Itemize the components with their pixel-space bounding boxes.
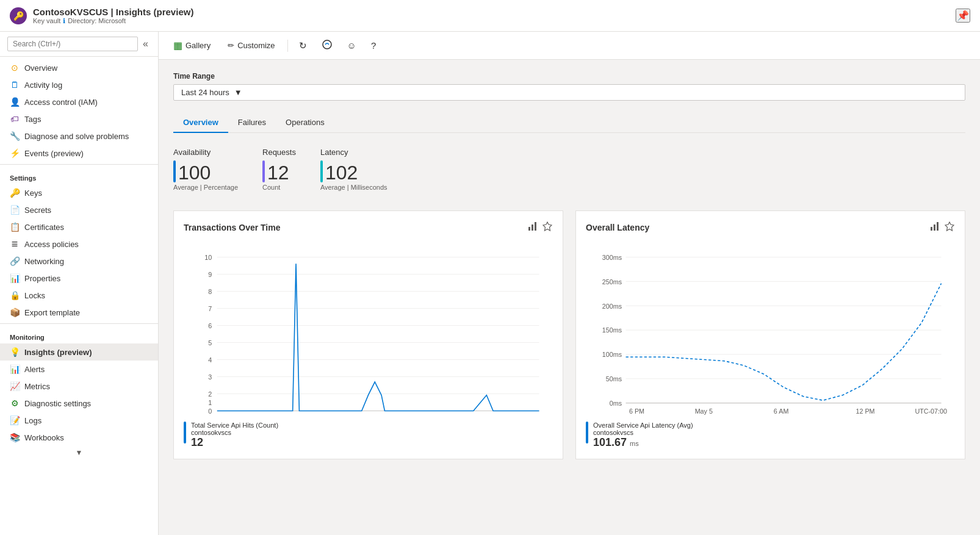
gallery-label: Gallery [186,41,211,50]
sidebar-item-logs[interactable]: 📝 Logs [0,412,158,429]
properties-icon: 📊 [10,273,20,283]
sidebar-item-certificates[interactable]: 📋 Certificates [0,218,158,235]
sidebar-item-insights[interactable]: 💡 Insights (preview) [0,343,158,361]
sidebar-label-locks: Locks [24,291,45,300]
metric-latency-value: 102 [325,163,358,182]
activity-log-icon: 🗒 [10,80,20,90]
svg-rect-30 [931,227,932,231]
metrics-row: Availability 100 Average | Percentage Re… [173,148,965,191]
svg-text:10: 10 [204,254,212,261]
time-range-value: Last 24 hours [181,88,229,97]
sidebar-item-secrets[interactable]: 📄 Secrets [0,201,158,218]
metric-requests: Requests 12 Count [262,148,296,191]
collapse-sidebar-button[interactable]: « [140,37,151,51]
tab-operations[interactable]: Operations [276,113,334,133]
sidebar-item-alerts[interactable]: 📊 Alerts [0,361,158,378]
svg-rect-3 [535,222,536,231]
diagnostic-settings-icon: ⚙ [10,398,20,408]
metric-availability-sub: Average | Percentage [173,184,238,191]
sidebar-item-diagnose[interactable]: 🔧 Diagnose and solve problems [0,127,158,145]
sidebar-item-diagnostic-settings[interactable]: ⚙ Diagnostic settings [0,395,158,412]
metric-requests-label: Requests [262,148,296,157]
sidebar-label-diagnose: Diagnose and solve problems [24,132,129,141]
sidebar-label-networking: Networking [24,257,64,266]
sidebar-item-overview[interactable]: ⊙ Overview [0,59,158,76]
sidebar-label-metrics: Metrics [24,382,50,391]
sidebar-label-keys: Keys [24,189,42,198]
share-button[interactable] [318,37,336,54]
latency-metrics-button[interactable] [929,221,940,234]
transactions-chart-card: Transactions Over Time [173,210,563,459]
metric-availability-value-row: 100 [173,160,238,182]
transactions-legend-name: Total Service Api Hits (Count) [191,422,278,429]
sidebar-item-access-control[interactable]: 👤 Access control (IAM) [0,93,158,110]
customize-label: Customize [237,41,275,50]
sidebar-label-insights: Insights (preview) [24,348,92,357]
svg-text:6 AM: 6 AM [774,408,789,415]
sidebar-item-activity-log[interactable]: 🗒 Activity log [0,76,158,93]
svg-text:0: 0 [208,408,212,415]
latency-legend-value: 101.67 ms [593,436,693,449]
svg-rect-31 [934,224,935,231]
sidebar-label-workbooks: Workbooks [24,433,64,442]
svg-text:9: 9 [208,271,212,278]
logs-icon: 📝 [10,415,20,425]
monitoring-section-label: Monitoring [0,326,158,343]
tags-icon: 🏷 [10,114,20,124]
title-bar: 🔑 ContosoKVSCUS | Insights (preview) Key… [0,0,980,32]
metrics-icon: 📈 [10,381,20,391]
time-range-select[interactable]: Last 24 hours ▼ [173,84,965,101]
sidebar-item-keys[interactable]: 🔑 Keys [0,184,158,201]
sidebar-item-export-template[interactable]: 📦 Export template [0,304,158,321]
time-range-section: Time Range Last 24 hours ▼ [173,72,965,101]
metric-latency-value-row: 102 [320,160,387,182]
latency-chart-actions [929,221,955,234]
latency-pin-button[interactable] [944,221,955,234]
sidebar-header: « [0,32,158,57]
metric-availability-label: Availability [173,148,238,157]
customize-button[interactable]: ✏ Customize [223,38,279,52]
tab-overview[interactable]: Overview [173,113,228,133]
transactions-pin-button[interactable] [542,221,553,234]
help-button[interactable]: ? [367,38,380,53]
search-input[interactable] [7,37,138,51]
svg-text:300ms: 300ms [602,254,622,261]
page-subtitle: Key vault ℹ Directory: Microsoft [33,17,193,25]
gallery-button[interactable]: ▦ Gallery [168,37,215,54]
sidebar-item-metrics[interactable]: 📈 Metrics [0,378,158,395]
sidebar-divider-2 [0,323,158,324]
feedback-button[interactable]: ☺ [344,38,360,53]
sidebar-item-access-policies[interactable]: ≡ Access policies [0,235,158,253]
insights-icon: 💡 [10,347,20,357]
main-container: « ⊙ Overview 🗒 Activity log 👤 Access con… [0,32,980,535]
tab-failures[interactable]: Failures [228,113,276,133]
svg-point-0 [323,40,331,49]
transactions-metrics-button[interactable] [527,221,538,234]
sidebar-item-locks[interactable]: 🔒 Locks [0,287,158,304]
scroll-down-button[interactable]: ▼ [76,448,83,457]
transactions-chart-legend: Total Service Api Hits (Count) contosokv… [184,422,553,449]
svg-rect-32 [937,222,939,231]
pin-button[interactable]: 📌 [956,9,970,23]
latency-legend-subname: contosokvscs [593,429,693,436]
latency-legend-text: Overall Service Api Latency (Avg) contos… [593,422,693,449]
gallery-icon: ▦ [173,40,182,51]
sidebar-item-networking[interactable]: 🔗 Networking [0,253,158,270]
events-icon: ⚡ [10,148,20,158]
sidebar-label-properties: Properties [24,274,60,283]
sidebar-item-properties[interactable]: 📊 Properties [0,270,158,287]
sidebar-item-tags[interactable]: 🏷 Tags [0,110,158,127]
sidebar-label-secrets: Secrets [24,206,51,215]
diagnose-icon: 🔧 [10,131,20,141]
metric-latency-bar [320,160,323,182]
tabs: Overview Failures Operations [173,113,965,133]
sidebar-item-workbooks[interactable]: 📚 Workbooks [0,429,158,446]
refresh-button[interactable]: ↻ [295,38,311,54]
certificates-icon: 📋 [10,222,20,232]
transactions-legend-text: Total Service Api Hits (Count) contosokv… [191,422,278,449]
toolbar: ▦ Gallery ✏ Customize ↻ ☺ ? [159,32,980,60]
svg-text:4: 4 [208,356,212,364]
sidebar-divider-1 [0,164,158,165]
sidebar-item-events[interactable]: ⚡ Events (preview) [0,145,158,162]
networking-icon: 🔗 [10,256,20,266]
